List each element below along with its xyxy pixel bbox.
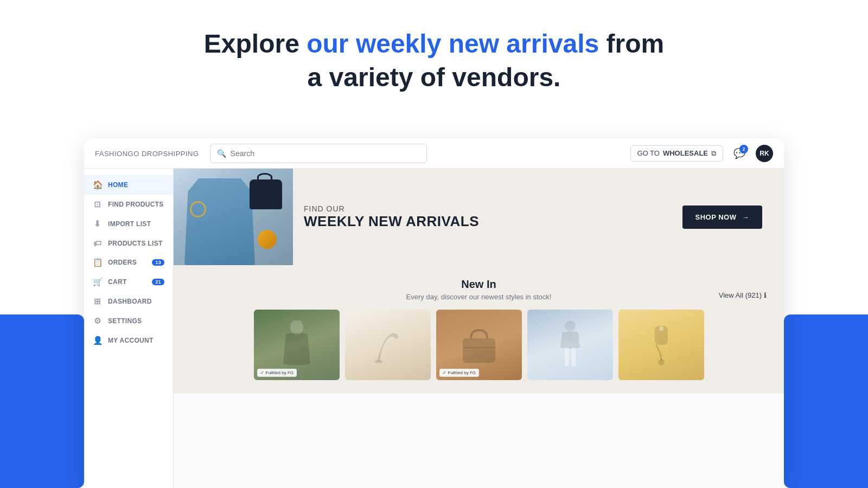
dress-silhouette bbox=[280, 320, 313, 369]
fulfilled-text: Fulfilled by FG bbox=[448, 370, 476, 375]
sidebar-label-products-list: PRODUCTS LIST bbox=[108, 240, 163, 247]
cart-badge: 21 bbox=[152, 279, 164, 285]
svg-point-8 bbox=[659, 326, 663, 331]
banner-image bbox=[174, 169, 293, 265]
avatar-initials: RK bbox=[760, 150, 769, 157]
logo: FASHIONGO DROPSHIPPING bbox=[95, 149, 199, 158]
coin-shape bbox=[258, 230, 277, 249]
svg-point-4 bbox=[565, 320, 576, 331]
search-input[interactable] bbox=[231, 149, 420, 158]
products-list-icon: 🏷 bbox=[93, 239, 103, 248]
hero-section: Explore our weekly new arrivals from a v… bbox=[0, 0, 868, 111]
product-card[interactable] bbox=[618, 310, 704, 380]
sidebar-label-dashboard: DASHBOARD bbox=[108, 298, 152, 305]
chat-button[interactable]: 💬 2 bbox=[730, 144, 749, 163]
orders-icon: 📋 bbox=[93, 258, 103, 267]
new-in-subtitle: Every day, discover our newest styles in… bbox=[182, 293, 775, 301]
goto-wholesale-button[interactable]: GO TO WHOLESALE ⧉ bbox=[630, 145, 723, 162]
banner-find-our: FIND OUR bbox=[304, 204, 479, 213]
svg-rect-2 bbox=[463, 338, 495, 363]
hero-line1-end: from bbox=[599, 29, 664, 58]
goto-wholesale-bold: WHOLESALE bbox=[663, 149, 708, 157]
dashboard-icon: ⊞ bbox=[93, 297, 103, 306]
banner: FIND OUR WEEKLY NEW ARRIVALS SHOP NOW → bbox=[174, 169, 784, 265]
external-link-icon: ⧉ bbox=[711, 149, 716, 158]
sidebar-label-find-products: FIND PRODUCTS bbox=[108, 201, 164, 208]
product-card[interactable]: ✓ Fulfilled by FG bbox=[254, 310, 340, 380]
view-all-label: View All (921) bbox=[719, 291, 762, 299]
shop-now-label: SHOP NOW bbox=[695, 213, 737, 221]
sidebar-item-home[interactable]: 🏠 HOME bbox=[84, 175, 173, 195]
sidebar-item-my-account[interactable]: 👤 MY ACCOUNT bbox=[84, 331, 173, 350]
fulfilled-text: Fulfilled by FG bbox=[266, 370, 294, 375]
sidebar-label-import-list: IMPORT LIST bbox=[108, 220, 151, 228]
browser-window: FASHIONGO DROPSHIPPING 🔍 GO TO WHOLESALE… bbox=[84, 138, 784, 488]
fulfilled-badge: ✓ Fulfilled by FG bbox=[257, 369, 297, 377]
goto-wholesale-label: GO TO bbox=[637, 149, 660, 157]
shop-now-arrow-icon: → bbox=[742, 213, 750, 221]
banner-content: FIND OUR WEEKLY NEW ARRIVALS SHOP NOW → bbox=[293, 204, 784, 230]
bag-shape bbox=[250, 179, 282, 209]
blue-bar-left bbox=[0, 314, 84, 488]
sidebar-label-my-account: MY ACCOUNT bbox=[108, 337, 154, 344]
home-icon: 🏠 bbox=[93, 180, 103, 190]
product-card[interactable] bbox=[527, 310, 613, 380]
topbar-right: GO TO WHOLESALE ⧉ 💬 2 RK bbox=[630, 144, 773, 163]
new-in-header-row: New In Every day, discover our newest st… bbox=[182, 278, 775, 301]
banner-weekly-new: WEEKLY NEW ARRIVALS bbox=[304, 213, 479, 230]
hero-line2: a variety of vendors. bbox=[308, 63, 561, 92]
sidebar-item-products-list[interactable]: 🏷 PRODUCTS LIST bbox=[84, 234, 173, 253]
sidebar-label-home: HOME bbox=[108, 181, 128, 189]
search-bar[interactable]: 🔍 bbox=[210, 144, 427, 163]
fulfilled-icon: ✓ bbox=[443, 370, 446, 375]
banner-text-block: FIND OUR WEEKLY NEW ARRIVALS bbox=[304, 204, 479, 230]
svg-rect-6 bbox=[571, 348, 576, 367]
svg-point-9 bbox=[658, 359, 665, 365]
settings-icon: ⚙ bbox=[93, 316, 103, 326]
view-all-link[interactable]: View All (921) ℹ bbox=[719, 291, 767, 299]
product-image-5 bbox=[618, 310, 704, 380]
import-list-icon: ⬇ bbox=[93, 219, 103, 229]
product-card[interactable]: ✓ Fulfilled by FG bbox=[436, 310, 522, 380]
svg-point-1 bbox=[374, 360, 383, 363]
fulfilled-badge: ✓ Fulfilled by FG bbox=[439, 369, 480, 377]
avatar-button[interactable]: RK bbox=[756, 145, 773, 162]
new-in-title: New In bbox=[182, 278, 775, 291]
sidebar-item-import-list[interactable]: ⬇ IMPORT LIST bbox=[84, 214, 173, 234]
new-in-section: New In Every day, discover our newest st… bbox=[174, 265, 784, 393]
logo-brand: FASHIONGO bbox=[95, 150, 139, 158]
svg-point-0 bbox=[290, 320, 303, 335]
sidebar: 🏠 HOME ⊡ FIND PRODUCTS ⬇ IMPORT LIST 🏷 P… bbox=[84, 169, 174, 488]
find-products-icon: ⊡ bbox=[93, 200, 103, 209]
svg-rect-5 bbox=[565, 348, 569, 367]
outfit-silhouette bbox=[554, 320, 586, 369]
fulfilled-icon: ✓ bbox=[260, 370, 264, 375]
jacket-shape bbox=[184, 178, 255, 265]
product-image-2 bbox=[345, 310, 431, 380]
info-icon: ℹ bbox=[764, 291, 767, 299]
cart-icon: 🛒 bbox=[93, 277, 103, 287]
bag-silhouette bbox=[457, 325, 501, 365]
my-account-icon: 👤 bbox=[93, 336, 103, 345]
sidebar-item-find-products[interactable]: ⊡ FIND PRODUCTS bbox=[84, 195, 173, 214]
orders-badge: 13 bbox=[152, 259, 164, 266]
product-card[interactable] bbox=[345, 310, 431, 380]
jewelry-silhouette bbox=[645, 323, 678, 367]
chat-badge: 2 bbox=[739, 145, 748, 153]
main-layout: 🏠 HOME ⊡ FIND PRODUCTS ⬇ IMPORT LIST 🏷 P… bbox=[84, 169, 784, 488]
hero-line1-start: Explore bbox=[204, 29, 307, 58]
sidebar-item-dashboard[interactable]: ⊞ DASHBOARD bbox=[84, 292, 173, 311]
heels-silhouette bbox=[369, 323, 407, 367]
sidebar-item-cart[interactable]: 🛒 CART 21 bbox=[84, 272, 173, 292]
logo-sub: DROPSHIPPING bbox=[139, 150, 199, 158]
product-image-4 bbox=[527, 310, 613, 380]
search-icon: 🔍 bbox=[217, 149, 226, 158]
shop-now-button[interactable]: SHOP NOW → bbox=[682, 206, 763, 229]
topbar: FASHIONGO DROPSHIPPING 🔍 GO TO WHOLESALE… bbox=[84, 138, 784, 169]
sidebar-label-cart: CART bbox=[108, 278, 127, 286]
content-area: FIND OUR WEEKLY NEW ARRIVALS SHOP NOW → … bbox=[174, 169, 784, 488]
sidebar-label-orders: ORDERS bbox=[108, 259, 137, 266]
sidebar-item-orders[interactable]: 📋 ORDERS 13 bbox=[84, 253, 173, 272]
sidebar-item-settings[interactable]: ⚙ SETTINGS bbox=[84, 311, 173, 331]
sidebar-label-settings: SETTINGS bbox=[108, 317, 142, 325]
